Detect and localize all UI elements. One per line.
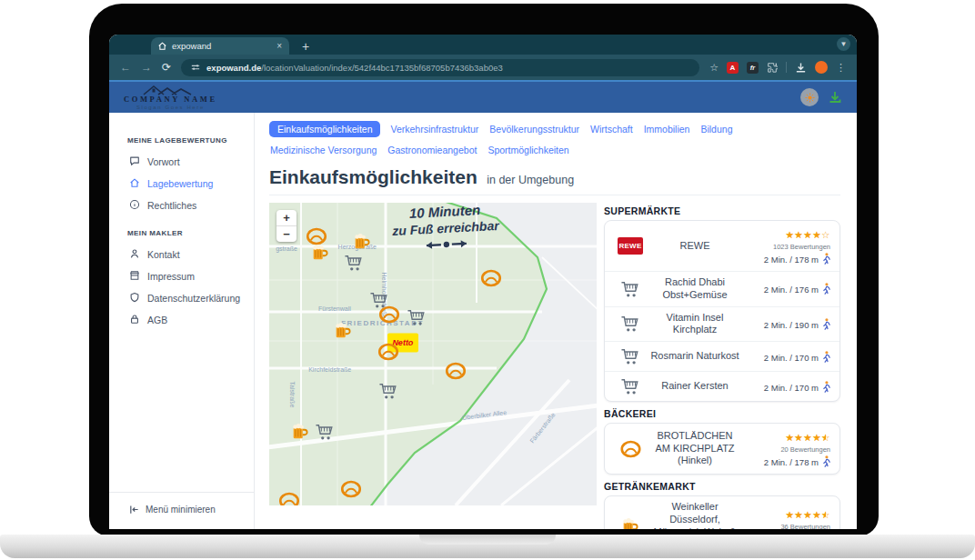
user-avatar[interactable] [800, 88, 819, 106]
sidebar-item-label: Vorwort [147, 156, 180, 167]
star-rating: ☆☆☆☆☆★★★★★ [785, 230, 830, 240]
laptop-base [0, 535, 975, 558]
page-titlebar: Einkaufsmöglichkeiten in der Umgebung [269, 166, 840, 195]
map-marker-pretzel[interactable] [341, 480, 362, 502]
place-name: Rainer Kersten [647, 378, 743, 395]
reload-icon[interactable]: ⟳ [162, 62, 171, 73]
map-marker-beer[interactable] [290, 422, 310, 445]
map[interactable]: + − 10 Minuten zu Fuß erreichbar FRIEDRI… [269, 203, 597, 505]
cart-icon [614, 377, 647, 395]
zoom-in-button[interactable]: + [276, 210, 297, 226]
pretzel-icon [614, 440, 647, 458]
place-row[interactable]: BROTLÄDCHEN AM KIRCHPLATZ(Hinkel)☆☆☆☆☆★★… [605, 424, 839, 474]
place-row[interactable]: Rachid Dhabi Obst+Gemüse2 Min. / 176 m [605, 272, 839, 307]
distance-text: 2 Min. / 178 m [764, 255, 819, 265]
tab-verkehrsinfrastruktur[interactable]: Verkehrsinfrastruktur [389, 121, 479, 137]
sidebar-item-agb[interactable]: AGB [109, 309, 254, 331]
tab-immobilien[interactable]: Immobilien [643, 121, 691, 137]
sidebar-item-impressum[interactable]: Impressum [109, 265, 254, 287]
place-row[interactable]: Vitamin Insel Kirchplatz2 Min. / 190 m [605, 307, 839, 343]
downloads-icon[interactable] [795, 62, 807, 74]
distance-text: 2 Min. / 176 m [764, 285, 819, 295]
url-bar[interactable]: expowand.de/locationValuation/index/542f… [181, 59, 699, 76]
map-marker-pretzel[interactable] [445, 362, 466, 384]
tab-medizinische-versorgung[interactable]: Medizinische Versorgung [269, 142, 377, 158]
extensions-puzzle-icon[interactable] [767, 62, 778, 73]
cart-icon [614, 280, 647, 298]
main-content: EinkaufsmöglichkeitenVerkehrsinfrastrukt… [255, 113, 857, 529]
company-slogan: Slogan Goes Here [136, 105, 205, 111]
site-settings-icon [191, 63, 200, 72]
sidebar-item-lagebewertung[interactable]: Lagebewertung [109, 173, 254, 195]
info-icon [129, 199, 140, 212]
annotation-arrows-icon [417, 238, 477, 252]
tab-wirtschaft[interactable]: Wirtschaft [589, 121, 634, 137]
browser-toolbar: ← → ⟳ expowand.de/locationValuation/inde… [109, 55, 857, 80]
sun-icon [805, 93, 815, 103]
place-name: Weinkeller Düsseldorf,Mövenpick Wein & C… [647, 499, 743, 529]
map-marker-pretzel[interactable] [378, 343, 399, 365]
url-path: /locationValuation/index/542f44bc17135bf… [261, 63, 503, 73]
profile-avatar[interactable] [815, 61, 828, 74]
sidebar-section-title: MEIN MAKLER [127, 229, 254, 237]
browser-tab[interactable]: expowand × [151, 37, 289, 55]
map-marker-cart[interactable] [378, 382, 398, 404]
tab-bildung[interactable]: Bildung [699, 121, 733, 137]
browser-menu-icon[interactable]: ⋮ [836, 62, 846, 74]
rewe-icon: REWE [614, 237, 647, 255]
sidebar-item-vorwort[interactable]: Vorwort [109, 151, 254, 173]
fr-extension-icon[interactable]: fr [747, 62, 759, 74]
zoom-out-button[interactable]: − [276, 226, 297, 242]
map-marker-pretzel[interactable] [379, 305, 400, 327]
tab-bev-lkerungsstruktur[interactable]: Bevölkerungsstruktur [488, 121, 580, 137]
star-rating: ☆☆☆☆☆★★★★★ [785, 510, 830, 520]
sidebar-item-datenschutzerklärung[interactable]: Datenschutzerklärung [109, 287, 254, 309]
place-row[interactable]: Rainer Kersten2 Min. / 170 m [605, 372, 839, 401]
sidebar-item-rechtliches[interactable]: Rechtliches [109, 195, 254, 216]
map-marker-cart[interactable] [344, 254, 364, 275]
forward-icon[interactable]: → [141, 62, 152, 73]
map-marker-cart[interactable] [407, 308, 427, 330]
walker-icon [822, 283, 830, 296]
tab-sportm-glichkeiten[interactable]: Sportmöglichkeiten [487, 142, 569, 158]
map-marker-beer[interactable] [310, 243, 330, 266]
tab-einkaufsm-glichkeiten[interactable]: Einkaufsmöglichkeiten [269, 121, 380, 137]
person-icon [129, 248, 140, 261]
new-tab-button[interactable]: + [302, 40, 309, 53]
home-icon [129, 177, 140, 190]
minimize-menu-button[interactable]: Menü minimieren [109, 492, 254, 529]
place-name: REWE [647, 238, 743, 255]
map-marker-cart[interactable] [315, 423, 335, 445]
review-count: 1023 Bewertungen [743, 243, 830, 251]
toolbar-divider [786, 62, 787, 73]
map-marker-pretzel[interactable] [481, 269, 502, 291]
place-row[interactable]: REWEREWE☆☆☆☆☆★★★★★1023 Bewertungen2 Min.… [605, 221, 839, 272]
company-logo[interactable]: COMPANY NAME Slogan Goes Here [124, 84, 217, 111]
place-meta: ☆☆☆☆☆★★★★★20 Bewertungen2 Min. / 178 m [743, 426, 830, 471]
back-icon[interactable]: ← [120, 62, 131, 73]
content-area: MEINE LAGEBEWERTUNGVorwortLagebewertungR… [109, 113, 857, 529]
adobe-acrobat-icon[interactable]: A [727, 62, 739, 74]
stars-filled: ★★★★★ [785, 230, 821, 240]
sidebar-item-kontakt[interactable]: Kontakt [109, 244, 254, 265]
distance: 2 Min. / 176 m [743, 283, 830, 296]
sidebar-item-label: Datenschutzerklärung [147, 293, 240, 304]
distance: 2 Min. / 170 m [743, 351, 830, 365]
sidebar-item-label: Rechtliches [147, 200, 196, 211]
place-row[interactable]: Rosmarin Naturkost2 Min. / 170 m [605, 342, 839, 372]
map-marker-pretzel[interactable] [278, 492, 299, 505]
minimize-menu-label: Menü minimieren [146, 505, 216, 515]
place-name: Rosmarin Naturkost [647, 348, 743, 365]
url-domain: expowand.de [206, 63, 261, 73]
bookmark-star-icon[interactable]: ☆ [709, 62, 719, 74]
street-label: Talstraße [289, 382, 296, 408]
tab-close-icon[interactable]: × [276, 41, 282, 51]
tab-gastronomieangebot[interactable]: Gastronomieangebot [387, 142, 477, 158]
export-download-icon[interactable] [828, 90, 842, 105]
places-card: REWEREWE☆☆☆☆☆★★★★★1023 Bewertungen2 Min.… [604, 220, 840, 402]
window-chevron-icon[interactable]: ▼ [837, 37, 850, 51]
places-section-title: SUPERMÄRKTE [604, 205, 840, 216]
speech-bubble-icon [129, 155, 140, 168]
place-row[interactable]: Weinkeller Düsseldorf,Mövenpick Wein & C… [605, 496, 839, 529]
map-marker-beer[interactable] [333, 321, 353, 345]
